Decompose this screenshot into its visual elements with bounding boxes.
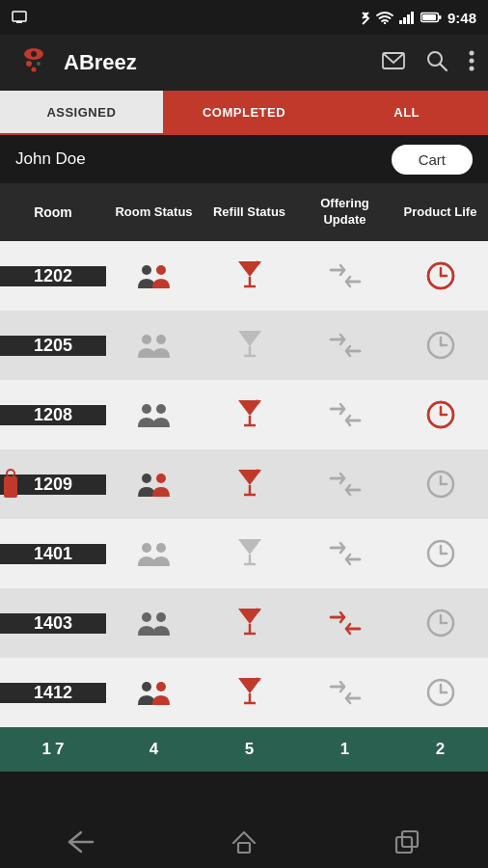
tab-completed[interactable]: COMPLETED (163, 91, 326, 133)
clock-icon (425, 538, 456, 569)
room-number: 1205 (0, 336, 106, 356)
arrows-status (297, 541, 393, 566)
footer-room-count: 1 7 (0, 740, 106, 759)
user-name: John Doe (15, 149, 86, 169)
table-row[interactable]: 1401 (0, 519, 488, 588)
clock-status (393, 608, 488, 638)
tab-all[interactable]: ALL (325, 91, 488, 133)
tab-bar: ASSIGNED COMPLETED ALL (0, 91, 488, 135)
arrows-status (297, 472, 393, 497)
cocktail-status (202, 676, 297, 709)
app-title: ABreez (64, 50, 372, 75)
table-row[interactable]: 1403 (0, 588, 488, 658)
svg-point-20 (470, 58, 474, 63)
cocktail-status (202, 259, 297, 292)
svg-rect-9 (422, 14, 436, 20)
signal-icon (399, 11, 415, 24)
people-status (106, 678, 202, 707)
svg-point-55 (156, 474, 166, 483)
people-status (106, 470, 202, 499)
svg-rect-93 (238, 843, 250, 853)
cocktail-icon (236, 537, 263, 570)
abreez-logo-icon (14, 42, 54, 83)
svg-point-14 (32, 68, 37, 72)
people-status (106, 609, 202, 637)
clock-status (393, 538, 488, 569)
tab-assigned[interactable]: ASSIGNED (0, 91, 163, 133)
clock-status (393, 260, 488, 291)
svg-point-34 (156, 335, 166, 344)
bluetooth-icon (361, 10, 370, 25)
search-icon[interactable] (426, 50, 447, 76)
mail-icon[interactable] (382, 52, 405, 74)
cocktail-status (202, 607, 297, 639)
svg-rect-10 (439, 15, 442, 19)
svg-rect-7 (411, 12, 414, 24)
svg-rect-1 (16, 21, 22, 23)
table-row[interactable]: 1202 (0, 241, 488, 311)
table-row[interactable]: 1205 (0, 311, 488, 380)
cart-button[interactable]: Cart (392, 145, 473, 175)
svg-rect-6 (407, 14, 410, 24)
clock-status (393, 469, 488, 500)
arrows-status (297, 680, 393, 705)
screen-icon (12, 11, 27, 24)
room-number: 1403 (0, 613, 106, 634)
svg-point-83 (156, 682, 166, 692)
clock-icon (425, 677, 456, 708)
svg-point-53 (7, 470, 14, 477)
svg-marker-35 (238, 331, 261, 346)
table-row[interactable]: 1412 (0, 658, 488, 727)
svg-point-54 (142, 474, 151, 483)
svg-line-18 (441, 64, 447, 70)
cocktail-icon (236, 329, 263, 362)
people-icon (136, 400, 173, 429)
svg-point-42 (156, 404, 166, 414)
arrows-status (297, 263, 393, 288)
door-hanger-icon (0, 475, 21, 495)
svg-rect-5 (403, 17, 406, 24)
user-bar: John Doe Cart (0, 135, 488, 183)
cocktail-icon (236, 607, 263, 639)
back-button[interactable] (52, 823, 110, 861)
svg-rect-95 (402, 831, 418, 847)
arrows-icon (329, 402, 362, 427)
clock-status (393, 677, 488, 708)
room-number: 1209 (0, 475, 106, 495)
svg-point-23 (156, 265, 166, 275)
svg-point-33 (142, 335, 151, 344)
people-status (106, 261, 202, 290)
svg-point-72 (142, 612, 151, 622)
arrows-status (297, 333, 393, 358)
header-icons (382, 50, 474, 76)
bottom-nav (0, 816, 488, 868)
room-number: 1202 (0, 266, 106, 286)
clock-icon (425, 469, 456, 500)
people-icon (136, 470, 173, 499)
status-right: 9:48 (361, 10, 476, 26)
more-icon[interactable] (469, 50, 474, 76)
wifi-icon (376, 11, 393, 24)
th-refill-status: Refill Status (202, 183, 297, 241)
cocktail-status (202, 468, 297, 501)
room-number: 1208 (0, 405, 106, 425)
people-icon (136, 331, 173, 360)
table-row[interactable]: 1208 (0, 380, 488, 449)
svg-point-64 (142, 543, 151, 553)
svg-point-41 (142, 404, 151, 414)
people-icon (136, 261, 173, 290)
svg-marker-66 (238, 539, 261, 555)
recents-button[interactable] (378, 823, 436, 861)
svg-point-73 (156, 612, 166, 622)
clock-status (393, 399, 488, 430)
table-row[interactable]: 1209 (0, 449, 488, 519)
arrows-icon (329, 472, 362, 497)
home-button[interactable] (215, 823, 273, 861)
svg-point-19 (470, 50, 474, 55)
th-room-status: Room Status (106, 183, 202, 241)
arrows-icon (329, 333, 362, 358)
arrows-icon (329, 263, 362, 288)
people-icon (136, 609, 173, 637)
people-status (106, 400, 202, 429)
cocktail-icon (236, 259, 263, 292)
